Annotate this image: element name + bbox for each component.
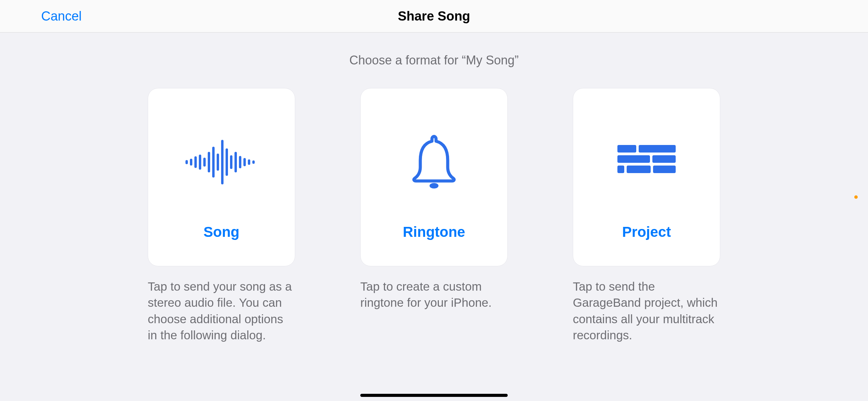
svg-rect-2: [194, 156, 197, 168]
option-ringtone: Ringtone Tap to create a custom ringtone…: [360, 88, 508, 343]
ringtone-card[interactable]: Ringtone: [360, 88, 508, 266]
ringtone-card-title: Ringtone: [403, 224, 465, 240]
svg-rect-5: [208, 152, 210, 172]
svg-rect-4: [203, 158, 206, 167]
svg-rect-23: [653, 166, 676, 173]
svg-rect-10: [230, 155, 232, 169]
song-card[interactable]: Song: [148, 88, 295, 266]
svg-point-16: [430, 183, 438, 189]
svg-rect-12: [239, 156, 241, 168]
format-cards-row: Song Tap to send your song as a stereo a…: [148, 88, 720, 343]
song-card-title: Song: [204, 224, 240, 240]
svg-rect-13: [243, 158, 246, 166]
song-card-description: Tap to send your song as a stereo audio …: [148, 278, 295, 343]
project-card[interactable]: Project: [573, 88, 720, 266]
svg-rect-17: [617, 145, 636, 153]
svg-rect-14: [248, 159, 250, 165]
svg-rect-9: [226, 148, 228, 176]
svg-rect-6: [212, 147, 215, 178]
svg-rect-18: [639, 145, 676, 153]
svg-rect-3: [199, 155, 201, 170]
svg-rect-11: [234, 152, 237, 172]
option-song: Song Tap to send your song as a stereo a…: [148, 88, 295, 343]
option-project: Project Tap to send the GarageBand proje…: [573, 88, 720, 343]
waveform-icon: [148, 114, 295, 210]
svg-rect-1: [190, 159, 192, 166]
svg-rect-19: [617, 155, 650, 163]
cancel-button[interactable]: Cancel: [41, 9, 82, 24]
nav-header: Cancel Share Song: [0, 0, 868, 33]
tracks-icon: [573, 114, 720, 210]
svg-rect-15: [252, 160, 255, 164]
svg-rect-20: [652, 155, 676, 163]
page-title: Share Song: [398, 9, 470, 24]
home-indicator[interactable]: [360, 394, 508, 397]
ringtone-card-description: Tap to create a custom ringtone for your…: [360, 278, 508, 311]
svg-rect-8: [221, 140, 224, 184]
subtitle: Choose a format for “My Song”: [349, 53, 519, 68]
svg-rect-0: [185, 160, 188, 164]
recording-indicator-dot: [854, 195, 858, 199]
svg-rect-22: [627, 166, 651, 173]
svg-rect-7: [217, 154, 219, 171]
bell-icon: [361, 114, 507, 210]
svg-rect-21: [617, 166, 624, 173]
project-card-description: Tap to send the GarageBand project, whic…: [573, 278, 720, 343]
project-card-title: Project: [622, 224, 671, 240]
content-area: Choose a format for “My Song”: [0, 33, 868, 343]
